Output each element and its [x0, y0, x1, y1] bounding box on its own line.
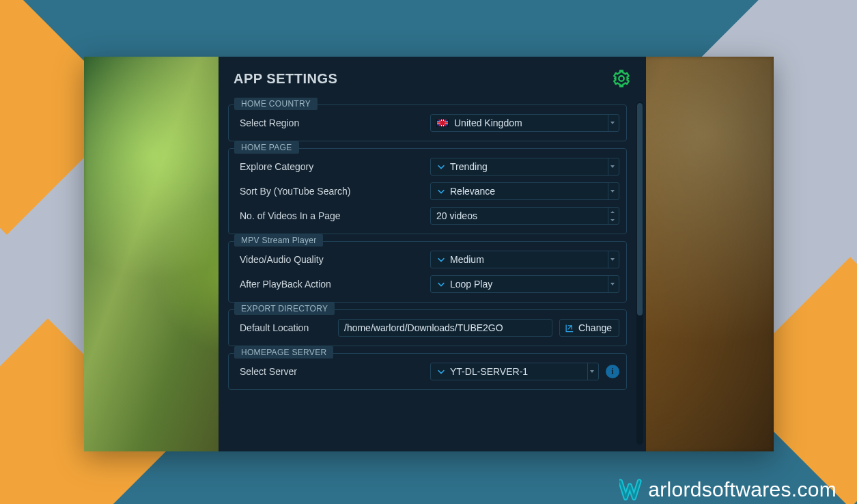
- group-home-country: HOME COUNTRY Select Region United Kingdo…: [228, 104, 627, 141]
- export-icon: [564, 323, 574, 333]
- label-explore-category: Explore Category: [236, 161, 423, 172]
- chevron-down-icon: [436, 255, 446, 264]
- group-legend: HOME PAGE: [234, 141, 299, 154]
- scrollbar-thumb[interactable]: [637, 103, 643, 316]
- group-legend: MPV Stream Player: [234, 234, 323, 247]
- label-sort-by: Sort By (YouTube Search): [236, 186, 423, 197]
- logo-icon: [619, 478, 651, 501]
- chevron-down-icon: [608, 158, 616, 175]
- explore-category-select[interactable]: Trending: [430, 158, 619, 176]
- chevron-down-icon: [436, 186, 446, 196]
- chevron-down-icon: [436, 367, 446, 376]
- label-select-server: Select Server: [236, 366, 423, 377]
- export-path-value: /home/warlord/Downloads/TUBE2GO: [344, 322, 503, 333]
- group-export: EXPORT DIRECTORY Default Location /home/…: [228, 309, 627, 346]
- panel-header: APP SETTINGS: [219, 57, 646, 98]
- group-legend: EXPORT DIRECTORY: [234, 303, 335, 315]
- group-mpv: MPV Stream Player Video/Audio Quality Me…: [228, 241, 627, 303]
- group-home-page: HOME PAGE Explore Category Trending Sort…: [228, 148, 627, 234]
- label-select-region: Select Region: [236, 117, 423, 128]
- quality-value: Medium: [450, 254, 608, 265]
- watermark: arlordsoftwares.com: [619, 478, 837, 501]
- after-playback-select[interactable]: Loop Play: [430, 275, 619, 293]
- watermark-text: arlordsoftwares.com: [648, 478, 837, 501]
- sort-value: Relevance: [450, 186, 608, 197]
- group-legend: HOMEPAGE SERVER: [234, 346, 333, 359]
- chevron-down-icon: [587, 363, 595, 380]
- info-icon[interactable]: [606, 365, 619, 378]
- chevron-down-icon: [608, 183, 616, 199]
- video-count-value: 20 videos: [436, 210, 608, 221]
- after-value: Loop Play: [450, 279, 608, 290]
- label-quality: Video/Audio Quality: [236, 254, 423, 265]
- explore-value: Trending: [450, 161, 608, 172]
- panel-title: APP SETTINGS: [234, 71, 337, 87]
- settings-panel: APP SETTINGS HOME COUNTRY Select Region: [219, 57, 646, 451]
- chevron-down-icon: [608, 276, 616, 292]
- server-select[interactable]: YT-DL-SERVER-1: [430, 363, 599, 380]
- label-after-playback: After PlayBack Action: [236, 279, 423, 290]
- export-path-input[interactable]: /home/warlord/Downloads/TUBE2GO: [338, 319, 552, 337]
- chevron-down-icon: [608, 251, 616, 268]
- change-button[interactable]: Change: [559, 319, 619, 337]
- label-default-location: Default Location: [236, 322, 331, 333]
- group-server: HOMEPAGE SERVER Select Server YT-DL-SERV…: [228, 353, 627, 390]
- chevron-down-icon: [436, 162, 446, 171]
- server-value: YT-DL-SERVER-1: [450, 366, 587, 377]
- region-select[interactable]: United Kingdom: [430, 114, 619, 132]
- label-video-count: No. of Videos In a Page: [236, 210, 423, 221]
- group-legend: HOME COUNTRY: [234, 98, 318, 110]
- change-button-label: Change: [578, 322, 612, 333]
- chevron-down-icon: [608, 115, 616, 131]
- screenshot-frame: APP SETTINGS HOME COUNTRY Select Region: [84, 57, 774, 451]
- chevron-down-icon: [436, 279, 446, 289]
- region-value: United Kingdom: [454, 117, 608, 128]
- gear-icon[interactable]: [612, 69, 631, 88]
- sort-by-select[interactable]: Relevance: [430, 182, 619, 200]
- quality-select[interactable]: Medium: [430, 251, 619, 268]
- svg-point-0: [619, 76, 623, 81]
- uk-flag-icon: [436, 119, 449, 127]
- video-count-spinner[interactable]: 20 videos: [430, 207, 619, 225]
- scrollbar[interactable]: [636, 102, 643, 445]
- spinner-buttons[interactable]: [608, 208, 616, 224]
